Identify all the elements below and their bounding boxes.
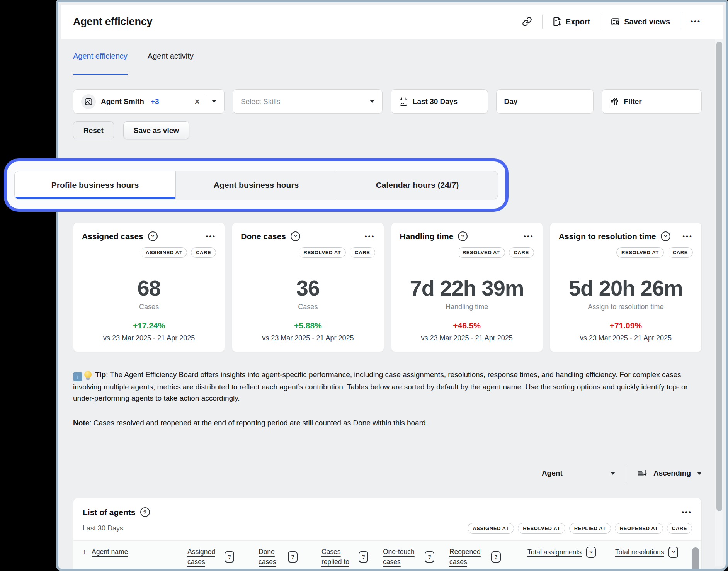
- skills-select[interactable]: Select Skills: [233, 89, 383, 114]
- help-icon[interactable]: ?: [491, 551, 501, 563]
- reset-button[interactable]: Reset: [73, 121, 114, 139]
- tab-agent-activity[interactable]: Agent activity: [148, 39, 194, 75]
- tip-text: ↑Tip: The Agent Efficiency Board offers …: [73, 369, 702, 404]
- agent-chip-extra-count: +3: [151, 97, 159, 106]
- saved-views-label: Saved views: [624, 17, 670, 26]
- metric-value: 5d 20h 26m: [559, 275, 693, 301]
- help-icon[interactable]: ?: [458, 231, 468, 241]
- compare-period: vs 23 Mar 2025 - 21 Apr 2025: [400, 334, 534, 342]
- card-menu-icon[interactable]: •••: [365, 233, 375, 240]
- divider: [542, 15, 543, 29]
- saved-views-icon: [611, 17, 620, 27]
- export-label: Export: [566, 17, 590, 26]
- column-total-resolutions[interactable]: Total resolutions ?: [615, 547, 692, 558]
- column-label: Total assignments: [527, 547, 582, 557]
- tip-body: : The Agent Efficiency Board offers insi…: [73, 370, 688, 402]
- avatar: [81, 94, 96, 109]
- sort-field-select[interactable]: Agent: [542, 469, 615, 478]
- card-title: Assigned cases: [82, 232, 143, 241]
- column-label: Assigned cases: [187, 547, 220, 567]
- agent-filter-chip[interactable]: Agent Smith +3 ×: [73, 89, 225, 114]
- segment-agent-business-hours[interactable]: Agent business hours: [175, 171, 337, 199]
- column-agent-name[interactable]: ↑ Agent name: [83, 547, 187, 557]
- status-badge: RESOLVED AT: [518, 523, 565, 534]
- metric-delta: +5.88%: [241, 321, 375, 330]
- column-assigned-cases[interactable]: Assigned cases ?: [187, 547, 259, 567]
- help-icon[interactable]: ?: [291, 231, 300, 241]
- card-menu-icon[interactable]: •••: [682, 233, 693, 240]
- column-label: Cases replied to: [321, 547, 354, 567]
- list-menu-icon[interactable]: •••: [682, 508, 692, 516]
- status-badge: RESOLVED AT: [458, 247, 505, 258]
- table-header-row: ↑ Agent name Assigned cases ? Done cases…: [73, 540, 701, 571]
- chevron-down-icon: [370, 100, 374, 103]
- column-cases-replied-to[interactable]: Cases replied to ?: [321, 547, 383, 567]
- page-scrollbar-track[interactable]: [715, 39, 723, 566]
- metric-value: 68: [82, 275, 216, 301]
- column-label: One-touch cases: [383, 547, 420, 567]
- sort-direction-select[interactable]: Ascending: [637, 469, 702, 478]
- help-icon[interactable]: ?: [359, 551, 368, 563]
- help-icon[interactable]: ?: [668, 547, 678, 558]
- up-arrow-emoji: ↑: [73, 372, 82, 381]
- help-icon[interactable]: ?: [425, 551, 434, 563]
- segment-calendar-hours[interactable]: Calendar hours (24/7): [337, 171, 498, 199]
- table-scrollbar-thumb[interactable]: [692, 547, 699, 571]
- column-total-assignments[interactable]: Total assignments ?: [527, 547, 615, 558]
- export-button[interactable]: Export: [553, 17, 590, 27]
- metric-delta: +46.5%: [400, 321, 534, 330]
- clear-agent-filter-icon[interactable]: ×: [194, 97, 200, 106]
- help-icon[interactable]: ?: [288, 551, 298, 563]
- metric-value: 36: [241, 275, 375, 301]
- granularity-value: Day: [504, 97, 518, 106]
- page-header: Agent efficiency Export Saved: [61, 5, 723, 39]
- filter-button[interactable]: Filter: [602, 89, 702, 114]
- metric-unit: Cases: [241, 303, 375, 311]
- card-done-cases: Done cases ? ••• RESOLVED AT CARE 36 Cas…: [232, 223, 384, 352]
- chevron-down-icon: [697, 472, 702, 475]
- note-body: : Cases resolved and reopened at the end…: [89, 419, 428, 427]
- help-icon[interactable]: ?: [140, 507, 150, 517]
- compare-period: vs 23 Mar 2025 - 21 Apr 2025: [82, 334, 216, 342]
- help-icon[interactable]: ?: [225, 551, 234, 563]
- status-badge: CARE: [509, 247, 534, 258]
- metric-unit: Cases: [82, 303, 216, 311]
- column-label: Done cases: [259, 547, 283, 567]
- skills-placeholder: Select Skills: [241, 97, 280, 106]
- card-menu-icon[interactable]: •••: [206, 233, 216, 240]
- card-menu-icon[interactable]: •••: [524, 233, 534, 240]
- column-reopened-cases[interactable]: Reopened cases ?: [449, 547, 527, 567]
- saved-views-button[interactable]: Saved views: [611, 17, 670, 27]
- status-badge: ASSIGNED AT: [468, 523, 514, 534]
- metric-cards-row: Assigned cases ? ••• ASSIGNED AT CARE 68…: [73, 223, 702, 352]
- copy-link-icon[interactable]: [522, 17, 532, 27]
- granularity-select[interactable]: Day: [496, 89, 594, 114]
- calendar-icon: [399, 97, 408, 106]
- divider: [680, 15, 680, 29]
- help-icon[interactable]: ?: [148, 231, 158, 241]
- segment-profile-business-hours[interactable]: Profile business hours: [15, 171, 175, 199]
- save-as-view-button[interactable]: Save as view: [123, 121, 189, 139]
- divider: [600, 15, 600, 29]
- date-range-select[interactable]: Last 30 Days: [391, 89, 488, 114]
- sliders-icon: [610, 97, 619, 106]
- help-icon[interactable]: ?: [586, 547, 596, 558]
- column-done-cases[interactable]: Done cases ?: [259, 547, 321, 567]
- sort-ascending-arrow-icon: ↑: [83, 548, 86, 556]
- tab-bar: Agent efficiency Agent activity: [61, 39, 723, 75]
- header-actions: Export Saved views •••: [522, 15, 701, 29]
- column-label: Total resolutions: [615, 547, 664, 557]
- status-badge: CARE: [668, 247, 693, 258]
- card-assign-to-resolution-time: Assign to resolution time ? ••• RESOLVED…: [550, 223, 702, 352]
- help-icon[interactable]: ?: [661, 231, 670, 241]
- column-one-touch-cases[interactable]: One-touch cases ?: [383, 547, 449, 567]
- tab-agent-efficiency[interactable]: Agent efficiency: [73, 39, 128, 75]
- page-scrollbar-thumb[interactable]: [716, 42, 722, 511]
- sort-ascending-icon: [637, 469, 647, 478]
- divider: [206, 95, 206, 108]
- more-menu-icon[interactable]: •••: [691, 18, 701, 25]
- chevron-down-icon: [611, 472, 615, 475]
- chevron-down-icon[interactable]: [212, 100, 216, 103]
- date-range-value: Last 30 Days: [413, 97, 458, 106]
- metric-delta: +71.09%: [559, 321, 693, 330]
